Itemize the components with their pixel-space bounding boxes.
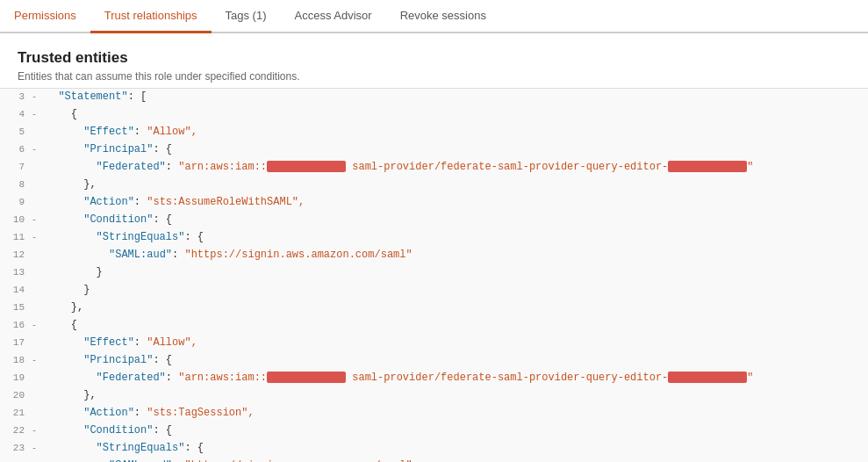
line-arrow (32, 458, 44, 459)
line-arrow (32, 124, 44, 126)
code-line: 14 } (0, 282, 868, 300)
code-line: 20 }, (0, 387, 868, 405)
line-number: 23 (0, 440, 32, 457)
line-number: 3 (0, 89, 32, 105)
code-line: 3- "Statement": [ (0, 89, 868, 106)
tab-permissions[interactable]: Permissions (0, 0, 90, 33)
code-line: 23- "StringEquals": { (0, 440, 868, 458)
line-number: 4 (0, 106, 32, 123)
line-content: "Statement": [ (44, 89, 868, 105)
code-line: 15 }, (0, 300, 868, 317)
line-content: }, (44, 177, 868, 193)
line-arrow: - (32, 317, 44, 333)
line-arrow (32, 300, 44, 301)
code-line: 5 "Effect": "Allow", (0, 124, 868, 141)
code-line: 24 "SAML:aud": "https://signin.aws.amazo… (0, 458, 868, 462)
line-content: "Principal": { (44, 352, 868, 369)
line-arrow (32, 405, 44, 407)
code-line: 12 "SAML:aud": "https://signin.aws.amazo… (0, 247, 868, 264)
line-arrow (32, 282, 44, 284)
code-line: 22- "Condition": { (0, 422, 868, 440)
code-line: 17 "Effect": "Allow", (0, 335, 868, 352)
section-subtitle: Entities that can assume this role under… (18, 70, 850, 83)
line-number: 15 (0, 300, 32, 316)
line-content: } (44, 264, 868, 281)
code-line: 7 "Federated": "arn:aws:iam:: saml-provi… (0, 159, 868, 177)
line-content: { (44, 106, 868, 123)
code-line: 8 }, (0, 177, 868, 194)
line-number: 11 (0, 229, 32, 246)
code-line: 10- "Condition": { (0, 212, 868, 229)
code-editor: 3- "Statement": [4- {5 "Effect": "Allow"… (0, 88, 868, 462)
tab-bar: Permissions Trust relationships Tags (1)… (0, 0, 868, 33)
line-arrow: - (32, 141, 44, 157)
line-arrow: - (32, 440, 44, 456)
line-number: 17 (0, 335, 32, 351)
section-title: Trusted entities (18, 49, 850, 67)
tab-trust-relationships[interactable]: Trust relationships (90, 0, 212, 33)
line-arrow: - (32, 212, 44, 227)
line-number: 18 (0, 352, 32, 369)
line-number: 5 (0, 124, 32, 141)
line-content: "Federated": "arn:aws:iam:: saml-provide… (44, 370, 868, 386)
line-number: 21 (0, 405, 32, 422)
line-arrow: - (32, 229, 44, 245)
line-number: 8 (0, 177, 32, 193)
line-content: "Principal": { (44, 141, 868, 158)
line-number: 20 (0, 387, 32, 404)
line-arrow (32, 194, 44, 196)
line-number: 10 (0, 212, 32, 228)
line-content: }, (44, 387, 868, 404)
code-line: 13 } (0, 264, 868, 282)
line-number: 13 (0, 264, 32, 281)
line-content: "Condition": { (44, 212, 868, 228)
line-content: "Action": "sts:TagSession", (44, 405, 868, 422)
line-number: 7 (0, 159, 32, 176)
line-number: 24 (0, 458, 32, 462)
line-content: "SAML:aud": "https://signin.aws.amazon.c… (44, 247, 868, 263)
line-content: "StringEquals": { (44, 229, 868, 246)
line-content: "SAML:aud": "https://signin.aws.amazon.c… (44, 458, 868, 462)
tab-access-advisor[interactable]: Access Advisor (281, 0, 386, 33)
tab-tags[interactable]: Tags (1) (212, 0, 281, 33)
line-number: 19 (0, 370, 32, 386)
line-arrow (32, 387, 44, 389)
line-number: 9 (0, 194, 32, 211)
line-content: }, (44, 300, 868, 316)
line-content: "Effect": "Allow", (44, 124, 868, 141)
code-line: 4- { (0, 106, 868, 124)
line-arrow (32, 335, 44, 336)
section-header: Trusted entities Entities that can assum… (0, 33, 868, 88)
tab-revoke-sessions[interactable]: Revoke sessions (386, 0, 500, 33)
line-arrow: - (32, 352, 44, 368)
line-arrow: - (32, 422, 44, 438)
line-content: } (44, 282, 868, 299)
line-arrow: - (32, 89, 44, 105)
line-number: 14 (0, 282, 32, 299)
line-arrow (32, 247, 44, 249)
line-content: "StringEquals": { (44, 440, 868, 457)
line-content: { (44, 317, 868, 334)
code-line: 11- "StringEquals": { (0, 229, 868, 247)
line-number: 12 (0, 247, 32, 263)
code-line: 6- "Principal": { (0, 141, 868, 159)
line-number: 6 (0, 141, 32, 158)
code-line: 18- "Principal": { (0, 352, 868, 370)
line-number: 16 (0, 317, 32, 334)
line-content: "Action": "sts:AssumeRoleWithSAML", (44, 194, 868, 211)
code-line: 16- { (0, 317, 868, 335)
line-arrow (32, 159, 44, 161)
line-arrow (32, 370, 44, 372)
code-line: 21 "Action": "sts:TagSession", (0, 405, 868, 422)
line-content: "Condition": { (44, 422, 868, 439)
code-line: 19 "Federated": "arn:aws:iam:: saml-prov… (0, 370, 868, 387)
line-number: 22 (0, 422, 32, 439)
line-content: "Federated": "arn:aws:iam:: saml-provide… (44, 159, 868, 176)
code-line: 9 "Action": "sts:AssumeRoleWithSAML", (0, 194, 868, 212)
line-content: "Effect": "Allow", (44, 335, 868, 351)
line-arrow: - (32, 106, 44, 122)
line-arrow (32, 177, 44, 178)
line-arrow (32, 264, 44, 266)
